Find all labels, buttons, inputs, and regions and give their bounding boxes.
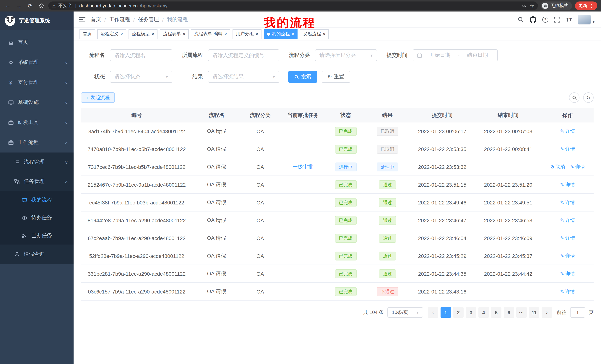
cell-category: OA [241, 283, 280, 300]
more-pages-button[interactable]: ··· [516, 307, 527, 318]
security-label[interactable]: 不安全 [58, 3, 72, 9]
detail-link[interactable]: ✎详情 [560, 181, 575, 188]
cell-task [280, 229, 326, 247]
sidebar-item-system[interactable]: 系统管理 ∨ [0, 52, 74, 72]
detail-link[interactable]: ✎详情 [560, 270, 575, 277]
tab-process-form[interactable]: 流程表单 × [160, 29, 189, 39]
tab-process-form-edit[interactable]: 流程表单-编辑 × [191, 29, 230, 39]
detail-link[interactable]: ✎详情 [560, 288, 575, 295]
close-icon[interactable]: × [183, 32, 185, 36]
process-definition-label: 所属流程 [181, 52, 203, 59]
create-process-button[interactable]: + 发起流程 [81, 92, 115, 103]
close-icon[interactable]: × [291, 32, 294, 36]
detail-link[interactable]: ✎详情 [560, 128, 575, 134]
page-button-1[interactable]: 1 [441, 307, 451, 318]
sidebar-item-process-management[interactable]: 流程管理 ∨ [0, 153, 74, 172]
tab-home[interactable]: 首页 [80, 29, 95, 39]
search-button[interactable]: 搜索 [288, 71, 317, 83]
detail-link[interactable]: ✎详情 [560, 252, 575, 259]
key-icon[interactable] [522, 3, 527, 8]
toggle-search-button[interactable] [569, 92, 580, 103]
page-button-5[interactable]: 5 [491, 307, 501, 318]
page-button-6[interactable]: 6 [504, 307, 514, 318]
process-name-input[interactable] [110, 49, 172, 61]
cancel-link[interactable]: ⊘取消 [550, 163, 565, 170]
detail-link[interactable]: ✎详情 [560, 199, 575, 206]
goto-page-input[interactable] [570, 307, 585, 318]
sidebar-item-home[interactable]: 首页 [0, 32, 74, 52]
sidebar-item-workflow[interactable]: 工作流程 ∧ [0, 133, 74, 153]
cell-status: 已完成 [326, 140, 365, 158]
close-icon[interactable]: × [323, 32, 325, 36]
github-icon[interactable] [530, 16, 536, 23]
process-definition-input[interactable] [208, 49, 279, 61]
current-task-link[interactable]: 一级审批 [292, 163, 313, 170]
browser-menu-icon[interactable]: ⋮ [589, 3, 594, 9]
chevron-down-icon: ▾ [273, 74, 275, 79]
breadcrumb-item[interactable]: 首页 [91, 16, 101, 23]
home-icon[interactable] [37, 2, 45, 10]
detail-link[interactable]: ✎详情 [570, 163, 585, 170]
sidebar-item-todo-tasks[interactable]: 待办任务 [0, 209, 74, 227]
back-icon[interactable]: ← [4, 2, 12, 10]
search-icon[interactable] [517, 16, 524, 23]
sidebar-item-label: 研发工具 [18, 119, 39, 126]
refresh-table-button[interactable]: ↻ [583, 92, 594, 103]
page-buttons: ‹ 1 2 3 4 5 6 ··· 11 › [427, 307, 553, 318]
avatar[interactable] [578, 15, 591, 24]
sidebar-item-done-tasks[interactable]: 已办任务 [0, 227, 74, 245]
hamburger-icon[interactable] [74, 17, 91, 22]
cell-submit-time: 2022-01-22 23:51:15 [410, 176, 475, 193]
goto-label: 前往 [557, 309, 566, 316]
bookmark-star-icon[interactable]: ☆ [530, 3, 534, 9]
table-row: 7317cec6-7b9b-11ec-b5b7-acde48001122 OA … [81, 158, 594, 176]
sidebar-item-leave-query[interactable]: 请假查询 [0, 245, 74, 264]
detail-link[interactable]: ✎详情 [560, 146, 575, 152]
breadcrumb-item[interactable]: 任务管理 [138, 16, 159, 23]
forward-icon[interactable]: → [15, 2, 23, 10]
font-size-icon[interactable]: TT [566, 16, 572, 23]
sidebar-item-my-process[interactable]: 我的流程 [0, 191, 74, 209]
sidebar-item-payment[interactable]: ¥ 支付管理 ∨ [0, 72, 74, 92]
prev-page-button[interactable]: ‹ [428, 307, 438, 318]
cell-actions: ✎详情 [541, 176, 594, 193]
detail-link[interactable]: ✎详情 [560, 217, 575, 224]
user-menu[interactable]: ▼ [578, 15, 595, 24]
page-size-select[interactable]: 10条/页 ▾ [387, 307, 423, 318]
status-tag: 已完成 [335, 287, 356, 296]
detail-link[interactable]: ✎详情 [560, 235, 575, 241]
close-icon[interactable]: × [120, 32, 123, 36]
tab-user-group[interactable]: 用户分组 × [232, 29, 261, 39]
update-button[interactable]: 更新 ⋮ [575, 1, 597, 10]
reload-icon[interactable]: ⟳ [26, 2, 34, 10]
cell-actions: ✎详情 [541, 122, 594, 140]
category-select[interactable]: 请选择流程分类 ▾ [315, 49, 377, 61]
fullscreen-icon[interactable] [554, 17, 560, 22]
next-page-button[interactable]: › [541, 307, 552, 318]
cell-end-time: 2022-01-23 00:07:03 [475, 122, 541, 140]
page-button-3[interactable]: 3 [466, 307, 476, 318]
page-button-2[interactable]: 2 [453, 307, 464, 318]
result-tag: 通过 [379, 251, 396, 260]
cell-task [280, 193, 326, 211]
tab-process-model[interactable]: 流程模型 × [129, 29, 158, 39]
submit-time-range-picker[interactable]: 开始日期 - 结束日期 [413, 49, 498, 61]
status-select[interactable]: 请选择状态 ▾ [110, 71, 172, 83]
close-icon[interactable]: × [151, 32, 154, 36]
calendar-icon [417, 53, 422, 58]
reset-button[interactable]: ↻ 重置 [322, 71, 350, 83]
tab-label: 流程表单-编辑 [194, 31, 222, 37]
sidebar-item-task-management[interactable]: 任务管理 ∧ [0, 172, 74, 191]
address-bar[interactable]: ⚠ 不安全 | dashboard.yudao.iocoder.cn/bpm/t… [48, 1, 538, 10]
help-icon[interactable]: ? [542, 17, 548, 22]
page-button-4[interactable]: 4 [478, 307, 489, 318]
tab-process-definition[interactable]: 流程定义 × [97, 29, 126, 39]
sidebar-item-infrastructure[interactable]: 基础设施 ∨ [0, 92, 74, 112]
result-select[interactable]: 请选择流结果 ▾ [208, 71, 279, 83]
page-button-11[interactable]: 11 [529, 307, 539, 318]
close-icon[interactable]: × [224, 32, 227, 36]
breadcrumb-item[interactable]: 工作流程 [109, 16, 130, 23]
result-tag: 不通过 [377, 287, 398, 296]
sidebar-item-devtools[interactable]: 研发工具 ∨ [0, 112, 74, 133]
close-icon[interactable]: × [256, 32, 258, 36]
